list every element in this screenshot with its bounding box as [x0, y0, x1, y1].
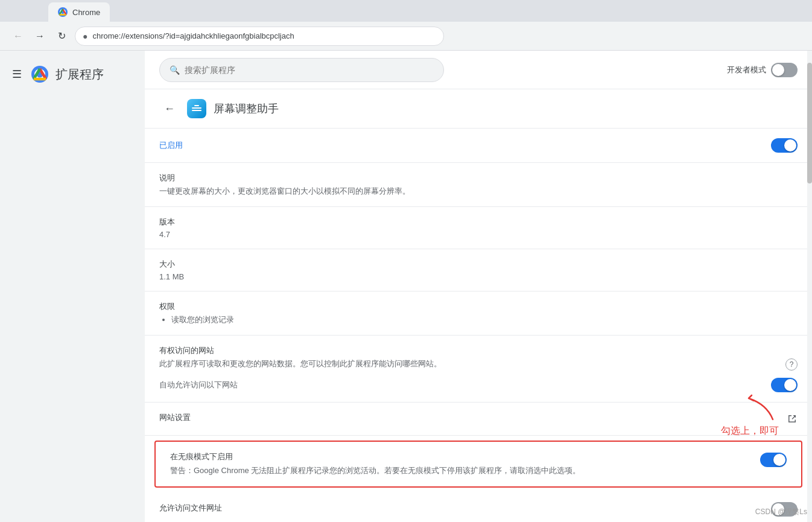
description-row: 说明 一键更改屏幕的大小，更改浏览器窗口的大小以模拟不同的屏幕分辨率。	[145, 163, 812, 207]
help-icon[interactable]: ?	[785, 358, 798, 371]
nav-bar: ← → ↻ ● chrome://extensions/?id=ajgidahc…	[0, 22, 812, 51]
dev-mode-section: 开发者模式	[727, 63, 798, 77]
back-button[interactable]: ←	[10, 28, 27, 45]
incognito-warning: 警告：Google Chrome 无法阻止扩展程序记录您的浏览活动。若要在无痕模…	[170, 465, 755, 477]
security-icon: ●	[83, 31, 87, 41]
site-settings-label: 网站设置	[159, 412, 191, 423]
size-row: 大小 1.1 MB	[145, 249, 812, 291]
extension-icon	[187, 99, 206, 118]
permissions-row: 权限 读取您的浏览记录	[145, 291, 812, 336]
forward-button[interactable]: →	[31, 28, 48, 45]
dev-mode-toggle[interactable]	[771, 63, 798, 77]
site-access-desc: 此扩展程序可读取和更改您的网站数据。您可以控制此扩展程序能访问哪些网站。	[159, 358, 781, 369]
permissions-list: 读取您的浏览记录	[159, 314, 798, 325]
search-input[interactable]	[185, 65, 434, 75]
sidebar: ☰ 扩展程序	[0, 51, 145, 522]
active-tab[interactable]: Chrome	[48, 2, 110, 22]
tab-title: Chrome	[72, 8, 100, 17]
allow-file-row: 允许访问文件网址	[145, 492, 812, 523]
svg-rect-7	[192, 110, 201, 111]
app-container: ☰ 扩展程序 🔍	[0, 51, 812, 522]
svg-rect-8	[194, 105, 199, 106]
back-to-list-button[interactable]: ←	[159, 100, 180, 118]
search-container[interactable]: 🔍	[159, 58, 444, 82]
site-settings-row: 网站设置	[145, 403, 812, 436]
version-value: 4.7	[159, 230, 798, 239]
dev-mode-label: 开发者模式	[727, 65, 766, 75]
version-label: 版本	[159, 217, 798, 228]
enabled-label: 已启用	[159, 140, 183, 151]
tab-bar: Chrome	[0, 0, 812, 22]
search-icon: 🔍	[170, 65, 180, 75]
size-value: 1.1 MB	[159, 272, 798, 281]
scrollbar-thumb[interactable]	[807, 63, 812, 183]
enabled-toggle[interactable]	[771, 138, 798, 153]
permission-item: 读取您的浏览记录	[171, 314, 798, 325]
description-value: 一键更改屏幕的大小，更改浏览器窗口的大小以模拟不同的屏幕分辨率。	[159, 186, 798, 197]
url-text: chrome://extensions/?id=ajgidahckhliegao…	[92, 31, 294, 40]
incognito-toggle[interactable]	[760, 453, 787, 467]
tab-favicon	[58, 7, 68, 17]
version-row: 版本 4.7	[145, 207, 812, 249]
app-title: 扩展程序	[56, 66, 104, 83]
enabled-row: 已启用	[145, 129, 812, 163]
incognito-label: 在无痕模式下启用	[170, 451, 755, 462]
watermark: CSDN @涅槃Ls	[755, 507, 807, 517]
allow-file-label: 允许访问文件网址	[159, 503, 222, 514]
description-label: 说明	[159, 173, 798, 183]
scrollbar-track[interactable]	[807, 51, 812, 522]
site-access-row: 有权访问的网站 此扩展程序可读取和更改您的网站数据。您可以控制此扩展程序能访问哪…	[145, 336, 812, 403]
top-toolbar: 🔍 开发者模式	[145, 51, 812, 89]
site-access-label: 有权访问的网站	[159, 345, 798, 356]
incognito-row: 在无痕模式下启用 警告：Google Chrome 无法阻止扩展程序记录您的浏览…	[154, 441, 802, 488]
address-bar[interactable]: ● chrome://extensions/?id=ajgidahckhlieg…	[75, 27, 444, 46]
extension-detail: ← 屏幕调整助手 已启用	[145, 89, 812, 522]
permissions-label: 权限	[159, 301, 798, 312]
svg-rect-6	[192, 107, 201, 109]
size-label: 大小	[159, 259, 798, 270]
auto-allow-toggle[interactable]	[771, 378, 798, 392]
chrome-logo	[31, 66, 48, 83]
reload-button[interactable]: ↻	[53, 28, 70, 45]
menu-button[interactable]: ☰	[10, 65, 24, 83]
extension-name: 屏幕调整助手	[214, 101, 279, 116]
external-link-icon[interactable]	[787, 413, 798, 424]
auto-allow-label: 自动允许访问以下网站	[159, 380, 238, 390]
extension-header: ← 屏幕调整助手	[145, 89, 812, 129]
sidebar-header: ☰ 扩展程序	[0, 60, 145, 93]
